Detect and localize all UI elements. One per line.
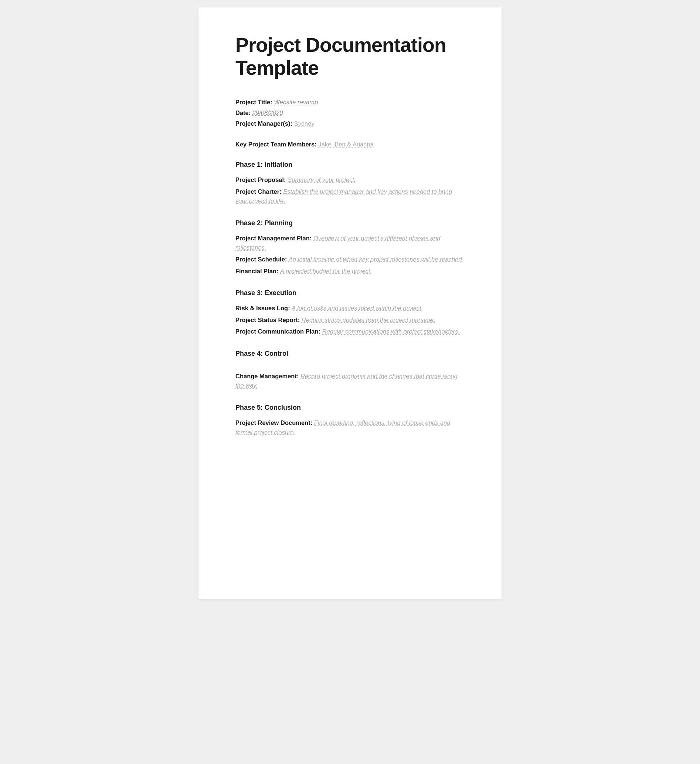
project-manager-value: Sydney <box>294 120 314 127</box>
phase3-item-1-desc: Regular status updates from the project … <box>302 316 436 323</box>
phase3-item-1-label: Project Status Report: <box>236 316 300 323</box>
phase2-item-0: Project Management Plan: Overview of you… <box>236 234 464 252</box>
phase2-item-1-desc: An initial timeline of when key project … <box>289 256 464 263</box>
date-line: Date: 29/08/2020 <box>236 108 464 117</box>
phase1-item-0-label: Project Proposal: <box>236 176 286 183</box>
phase3-item-0-desc: A log of risks and issues faced within t… <box>292 305 423 312</box>
phase4-spacer <box>236 364 464 372</box>
phase3-item-2-desc: Regular communications with project stak… <box>322 328 460 335</box>
phase1-items: Project Proposal: Summary of your projec… <box>236 175 464 206</box>
phase1-item-1-label: Project Charter: <box>236 188 281 195</box>
phase2-item-0-label: Project Management Plan: <box>236 235 312 241</box>
phase5-section: Phase 5: Conclusion Project Review Docum… <box>236 404 464 437</box>
phase1-heading: Phase 1: Initiation <box>236 161 464 169</box>
project-title-label: Project Title: <box>236 99 272 105</box>
phase4-item-0: Change Management: Record project progre… <box>236 372 464 390</box>
team-section: Key Project Team Members: Jake, Ben & Ar… <box>236 140 464 149</box>
date-value: 29/08/2020 <box>252 110 283 116</box>
project-title-value: Website revamp <box>274 99 318 105</box>
phase3-item-2: Project Communication Plan: Regular comm… <box>236 327 464 337</box>
phase2-item-1: Project Schedule: An initial timeline of… <box>236 255 464 265</box>
team-line: Key Project Team Members: Jake, Ben & Ar… <box>236 140 464 149</box>
phase3-section: Phase 3: Execution Risk & Issues Log: A … <box>236 289 464 337</box>
phase1-item-0: Project Proposal: Summary of your projec… <box>236 175 464 185</box>
phase2-item-1-label: Project Schedule: <box>236 256 287 263</box>
phase1-item-0-desc: Summary of your project. <box>288 176 356 183</box>
phase4-heading: Phase 4: Control <box>236 350 464 358</box>
phase3-item-0: Risk & Issues Log: A log of risks and is… <box>236 304 464 313</box>
phase2-item-2-desc: A projected budget for the project. <box>280 268 372 274</box>
date-label: Date: <box>236 110 251 116</box>
project-manager-label: Project Manager(s): <box>236 120 292 127</box>
project-manager-line: Project Manager(s): Sydney <box>236 119 464 128</box>
phase1-section: Phase 1: Initiation Project Proposal: Su… <box>236 161 464 206</box>
meta-section: Project Title: Website revamp Date: 29/0… <box>236 98 464 128</box>
phase2-heading: Phase 2: Planning <box>236 219 464 227</box>
team-value: Jake, Ben & Arianna <box>318 141 373 147</box>
phase5-heading: Phase 5: Conclusion <box>236 404 464 412</box>
phase2-section: Phase 2: Planning Project Management Pla… <box>236 219 464 276</box>
phase4-section: Phase 4: Control Change Management: Reco… <box>236 350 464 390</box>
phase5-item-0: Project Review Document: Final reporting… <box>236 418 464 437</box>
team-label: Key Project Team Members: <box>236 141 317 147</box>
phase3-item-1: Project Status Report: Regular status up… <box>236 315 464 325</box>
phase5-items: Project Review Document: Final reporting… <box>236 418 464 437</box>
phase3-items: Risk & Issues Log: A log of risks and is… <box>236 304 464 337</box>
phase3-item-0-label: Risk & Issues Log: <box>236 305 290 312</box>
page-title: Project Documentation Template <box>236 33 464 79</box>
project-title-line: Project Title: Website revamp <box>236 98 464 107</box>
document-container: Project Documentation Template Project T… <box>198 8 502 599</box>
phase2-item-2-label: Financial Plan: <box>236 268 278 274</box>
phase2-item-2: Financial Plan: A projected budget for t… <box>236 267 464 276</box>
phase4-items: Change Management: Record project progre… <box>236 372 464 390</box>
phase5-item-0-label: Project Review Document: <box>236 420 312 426</box>
phase2-items: Project Management Plan: Overview of you… <box>236 234 464 276</box>
phase1-item-1: Project Charter: Establish the project m… <box>236 187 464 206</box>
phase4-item-0-label: Change Management: <box>236 373 298 379</box>
phase3-heading: Phase 3: Execution <box>236 289 464 297</box>
phase3-item-2-label: Project Communication Plan: <box>236 328 320 335</box>
